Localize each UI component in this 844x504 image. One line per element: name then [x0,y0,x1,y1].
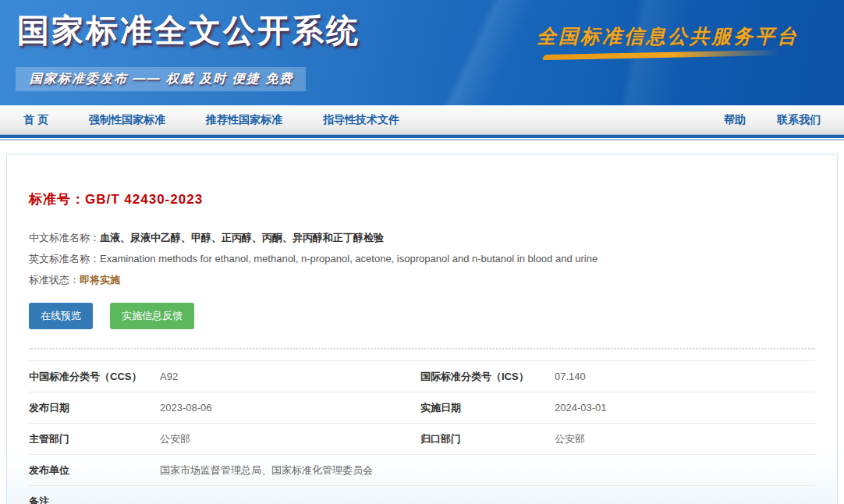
implement-date-label: 实施日期 [420,401,555,415]
action-buttons: 在线预览 实施信息反馈 [29,303,815,329]
ics-label: 国际标准分类号（ICS） [420,370,555,384]
ccs-value: A92 [160,371,420,382]
platform-underline-swoosh [541,50,781,60]
dotted-divider [29,348,815,350]
status-line: 标准状态：即将实施 [29,269,815,290]
cn-name-label: 中文标准名称： [29,232,100,243]
ccs-label: 中国标准分类号（CCS） [29,370,160,384]
status-badge: 即将实施 [80,274,120,286]
content-area: 标准号：GB/T 42430-2023 中文标准名称：血液、尿液中乙醇、甲醇、正… [0,140,844,504]
implement-date-value: 2024-03-01 [555,402,815,413]
standard-meta: 中文标准名称：血液、尿液中乙醇、甲醇、正丙醇、丙酮、异丙醇和正丁醇检验 英文标准… [29,227,815,290]
centralized-dept-label: 归口部门 [420,432,555,446]
site-title: 国家标准全文公开系统 [17,9,360,52]
en-name-label: 英文标准名称： [29,253,100,264]
main-nav: 首 页 强制性国家标准 推荐性国家标准 指导性技术文件 帮助 联系我们 [0,105,844,134]
table-row-dates: 发布日期 2023-08-06 实施日期 2024-03-01 [29,392,815,424]
publish-date-value: 2023-08-06 [160,402,420,413]
online-preview-button[interactable]: 在线预览 [29,303,93,329]
publisher-label: 发布单位 [29,463,160,477]
nav-item-mandatory-standards[interactable]: 强制性国家标准 [89,113,165,127]
header-banner: 国家标准全文公开系统 国家标准委发布 —— 权威 及时 便捷 免费 全国标准信息… [0,0,844,105]
competent-dept-value: 公安部 [160,432,420,446]
nav-item-recommended-standards[interactable]: 推荐性国家标准 [206,113,282,127]
table-row-classification: 中国标准分类号（CCS） A92 国际标准分类号（ICS） 07.140 [29,361,815,392]
standard-number-heading: 标准号：GB/T 42430-2023 [29,190,815,208]
status-label: 标准状态： [29,274,80,286]
nav-item-contact-us[interactable]: 联系我们 [777,113,821,127]
cn-name-value: 血液、尿液中乙醇、甲醇、正丙醇、丙酮、异丙醇和正丁醇检验 [100,232,384,243]
nav-right-group: 帮助 联系我们 [724,113,821,127]
nav-item-guidance-documents[interactable]: 指导性技术文件 [323,113,399,127]
nav-left-group: 首 页 强制性国家标准 推荐性国家标准 指导性技术文件 [23,113,399,127]
standard-detail-panel: 标准号：GB/T 42430-2023 中文标准名称：血液、尿液中乙醇、甲醇、正… [6,154,838,504]
ics-value: 07.140 [555,371,815,382]
table-row-departments: 主管部门 公安部 归口部门 公安部 [29,424,815,455]
site-slogan-strip: 国家标准委发布 —— 权威 及时 便捷 免费 [16,67,306,91]
publish-date-label: 发布日期 [29,401,160,415]
centralized-dept-value: 公安部 [555,432,815,446]
publisher-value: 国家市场监督管理总局、国家标准化管理委员会 [160,463,815,477]
standard-info-table: 中国标准分类号（CCS） A92 国际标准分类号（ICS） 07.140 发布日… [29,360,815,504]
platform-logo-link[interactable]: 全国标准信息公共服务平台 [537,23,799,58]
platform-logo-text: 全国标准信息公共服务平台 [537,23,799,49]
nav-item-home[interactable]: 首 页 [23,113,48,127]
standard-number-label: 标准号： [29,192,85,207]
implementation-feedback-button[interactable]: 实施信息反馈 [110,303,194,329]
standard-number-value: GB/T 42430-2023 [85,192,203,207]
en-name-value: Examination methods for ethanol, methano… [100,253,598,264]
nav-item-help[interactable]: 帮助 [724,113,746,127]
remarks-label: 备注 [29,495,160,504]
en-name-line: 英文标准名称：Examination methods for ethanol, … [29,248,815,269]
table-row-remarks: 备注 [29,486,815,504]
table-row-publisher: 发布单位 国家市场监督管理总局、国家标准化管理委员会 [29,455,815,486]
cn-name-line: 中文标准名称：血液、尿液中乙醇、甲醇、正丙醇、丙酮、异丙醇和正丁醇检验 [29,227,815,248]
site-slogan: 国家标准委发布 —— 权威 及时 便捷 免费 [30,71,293,87]
competent-dept-label: 主管部门 [29,432,160,446]
